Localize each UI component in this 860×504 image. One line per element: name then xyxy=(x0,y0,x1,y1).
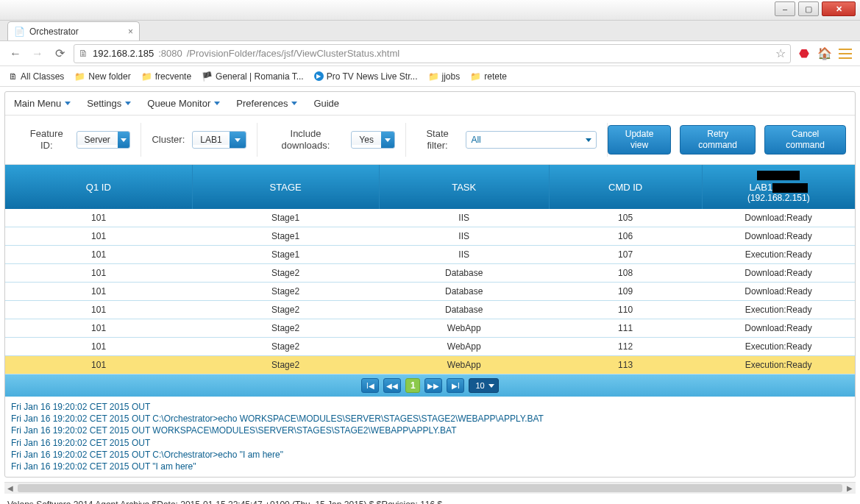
scroll-right-arrow[interactable]: ▶ xyxy=(844,483,856,494)
cell-status: Download:Ready xyxy=(702,283,855,301)
browser-tab-strip: 📄 Orchestrator × xyxy=(0,21,860,41)
cluster-select[interactable]: LAB1 xyxy=(192,131,246,149)
reload-button[interactable]: ⟳ xyxy=(51,46,68,62)
scrollbar-thumb[interactable] xyxy=(18,484,842,492)
bookmark-label: frecvente xyxy=(155,71,191,82)
cell-status: Execution:Ready xyxy=(702,356,855,375)
col-lab-status[interactable]: LAB1 (192.168.2.151) xyxy=(702,165,855,209)
page-size-select[interactable]: 10 xyxy=(469,378,498,393)
page-first-button[interactable]: I◀ xyxy=(361,378,379,393)
menu-item[interactable]: Main Menu xyxy=(14,98,71,109)
cell-cmd-id: 107 xyxy=(549,246,702,264)
feature-id-value: Server xyxy=(77,135,118,145)
horizontal-scrollbar[interactable]: ◀ ▶ xyxy=(4,482,856,494)
tab-close-icon[interactable]: × xyxy=(128,26,133,37)
redacted-block xyxy=(772,183,808,193)
page-last-button[interactable]: ▶I xyxy=(447,378,464,393)
table-row[interactable]: 101Stage2Database109Download:Ready xyxy=(5,283,855,301)
bookmark-item[interactable]: 🏴General | Romania T... xyxy=(202,71,304,82)
table-row[interactable]: 101Stage1IIS105Download:Ready xyxy=(5,209,855,227)
table-row[interactable]: 101Stage2WebApp113Execution:Ready xyxy=(5,356,855,375)
cell-task: IIS xyxy=(379,246,549,264)
page-next-button[interactable]: ▶▶ xyxy=(424,378,442,393)
cancel-command-button[interactable]: Cancel command xyxy=(764,125,846,155)
browser-nav-toolbar: ← → ⟳ 🗎 192.168.2.185:8080/ProvisionFold… xyxy=(0,41,860,66)
col-lab-ip: (192.168.2.151) xyxy=(707,193,850,203)
cell-status: Execution:Ready xyxy=(702,301,855,319)
play-icon: ▶ xyxy=(314,71,324,81)
include-downloads-select[interactable]: Yes xyxy=(351,131,394,149)
menu-label: Guide xyxy=(313,98,339,109)
bookmark-item[interactable]: 📁frecvente xyxy=(141,71,191,82)
feature-id-select[interactable]: Server xyxy=(77,131,131,149)
bookmark-item[interactable]: 📁jjobs xyxy=(428,71,461,82)
cell-cmd-id: 111 xyxy=(549,319,702,338)
menu-item[interactable]: Guide xyxy=(313,98,339,109)
back-button[interactable]: ← xyxy=(7,46,24,62)
cell-cmd-id: 106 xyxy=(549,227,702,246)
cell-status: Download:Ready xyxy=(702,319,855,338)
forward-button[interactable]: → xyxy=(29,46,46,62)
page-current[interactable]: 1 xyxy=(405,378,420,393)
cell-stage: Stage2 xyxy=(192,356,379,375)
include-downloads-label: Include downloads: xyxy=(268,128,344,151)
folder-icon: 📁 xyxy=(74,71,85,82)
table-row[interactable]: 101Stage2Database110Execution:Ready xyxy=(5,301,855,319)
window-minimize-button[interactable] xyxy=(775,1,795,16)
chevron-down-icon xyxy=(214,102,220,105)
bookmark-item[interactable]: 📁retete xyxy=(470,71,507,82)
window-close-button[interactable] xyxy=(822,1,856,16)
cell-stage: Stage1 xyxy=(192,209,379,227)
folder-icon: 📁 xyxy=(428,71,439,82)
table-row[interactable]: 101Stage2Database108Download:Ready xyxy=(5,264,855,283)
chevron-down-icon xyxy=(125,102,131,105)
table-row[interactable]: 101Stage2WebApp112Execution:Ready xyxy=(5,338,855,356)
col-cmd-id[interactable]: CMD ID xyxy=(549,165,702,209)
retry-command-button[interactable]: Retry command xyxy=(680,125,756,155)
window-maximize-button[interactable] xyxy=(798,1,819,16)
document-icon: 🗎 xyxy=(9,71,18,82)
extension-adblock-icon[interactable]: ⬣ xyxy=(797,46,811,61)
menu-item[interactable]: Settings xyxy=(87,98,131,109)
cell-q1-id: 101 xyxy=(5,227,192,246)
chevron-down-icon xyxy=(381,132,394,148)
scroll-left-arrow[interactable]: ◀ xyxy=(4,483,16,494)
cell-q1-id: 101 xyxy=(5,264,192,283)
chevron-down-icon xyxy=(65,102,71,105)
cell-task: IIS xyxy=(379,227,549,246)
bookmark-label: New folder xyxy=(88,71,130,82)
cell-stage: Stage2 xyxy=(192,264,379,283)
address-bar[interactable]: 🗎 192.168.2.185:8080/ProvisionFolder/fac… xyxy=(74,44,791,63)
cell-q1-id: 101 xyxy=(5,246,192,264)
file-icon: 🗎 xyxy=(79,48,88,59)
include-downloads-value: Yes xyxy=(352,135,381,145)
bookmark-star-icon[interactable]: ☆ xyxy=(775,46,786,60)
folder-icon: 📁 xyxy=(141,71,152,82)
cell-task: Database xyxy=(379,264,549,283)
menu-label: Queue Monitor xyxy=(147,98,210,109)
cell-q1-id: 101 xyxy=(5,209,192,227)
cell-q1-id: 101 xyxy=(5,301,192,319)
menu-item[interactable]: Queue Monitor xyxy=(147,98,220,109)
table-row[interactable]: 101Stage1IIS107Execution:Ready xyxy=(5,246,855,264)
paginator: I◀ ◀◀ 1 ▶▶ ▶I 10 xyxy=(5,375,855,397)
col-q1-id[interactable]: Q1 ID xyxy=(5,165,192,209)
browser-menu-button[interactable] xyxy=(838,46,853,61)
bookmark-item[interactable]: 🗎All Classes xyxy=(9,71,64,82)
table-row[interactable]: 101Stage2WebApp111Download:Ready xyxy=(5,319,855,338)
col-stage[interactable]: STAGE xyxy=(192,165,379,209)
extension-home-icon[interactable]: 🏠 xyxy=(817,46,832,61)
bookmark-item[interactable]: 📁New folder xyxy=(74,71,130,82)
menu-item[interactable]: Preferences xyxy=(236,98,297,109)
bookmark-item[interactable]: ▶Pro TV News Live Str... xyxy=(314,71,418,82)
menu-label: Preferences xyxy=(236,98,288,109)
table-row[interactable]: 101Stage1IIS106Download:Ready xyxy=(5,227,855,246)
state-filter-select[interactable]: All xyxy=(466,131,597,149)
col-task[interactable]: TASK xyxy=(379,165,549,209)
bookmark-label: jjobs xyxy=(442,71,461,82)
browser-tab[interactable]: 📄 Orchestrator × xyxy=(7,21,140,40)
agent-archive-link[interactable]: Agent Archive xyxy=(95,500,149,504)
update-view-button[interactable]: Update view xyxy=(608,125,671,155)
page-prev-button[interactable]: ◀◀ xyxy=(383,378,401,393)
cell-q1-id: 101 xyxy=(5,283,192,301)
